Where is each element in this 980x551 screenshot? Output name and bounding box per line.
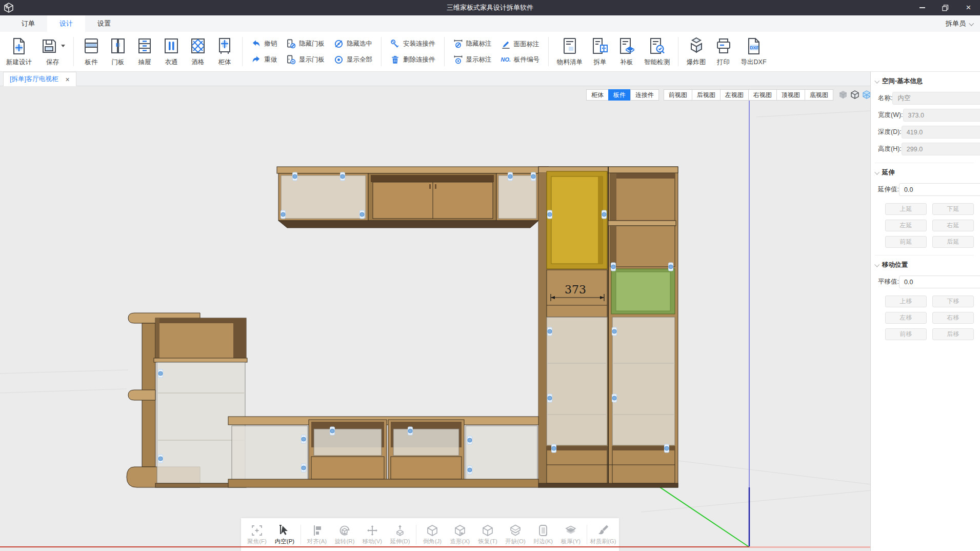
toolbar-separator <box>678 37 678 66</box>
show-all-button[interactable]: 显示全部 <box>334 55 372 65</box>
toolbar-group: 爆炸图打印DXF导出DXF <box>683 32 771 71</box>
ribbon-tab-design[interactable]: 设计 <box>47 15 85 32</box>
install-connector-button[interactable]: 安装连接件 <box>390 39 435 49</box>
right-tall-cabinet[interactable]: 373 <box>538 167 678 487</box>
extend-up-button[interactable]: 上延 <box>885 203 927 215</box>
thickness-tool-button[interactable]: 板厚(Y) <box>557 524 585 545</box>
hide-dimension-button[interactable]: 隐藏标注 <box>453 39 492 49</box>
thickness-icon <box>564 524 577 537</box>
inner-space-tool-button[interactable]: 内空(P) <box>271 524 298 545</box>
drawer-button[interactable]: 抽屉 <box>131 37 158 67</box>
edge-band-icon <box>536 524 550 537</box>
section-header[interactable]: 空间-基本信息 <box>875 77 974 86</box>
view-button-5[interactable]: 底视图 <box>805 89 833 101</box>
extend-front-button[interactable]: 前延 <box>885 236 927 248</box>
close-button[interactable]: × <box>957 0 980 15</box>
role-selector[interactable]: 拆单员 <box>946 15 973 32</box>
view-button-2[interactable]: 左视图 <box>720 89 749 101</box>
ribbon-tab-orders[interactable]: 订单 <box>9 15 47 32</box>
restore-icon <box>481 524 494 537</box>
redo-button[interactable]: 重做 <box>251 55 277 65</box>
restore-button[interactable] <box>934 0 957 15</box>
mode-button-2[interactable]: 连接件 <box>630 89 659 101</box>
align-icon <box>310 524 324 537</box>
cabinet-button[interactable]: 柜体 <box>211 37 238 67</box>
depth-input <box>902 126 980 139</box>
new-design-button[interactable]: 新建设计 <box>2 37 36 67</box>
green-highlight[interactable] <box>611 269 675 314</box>
undo-button[interactable]: 撤销 <box>251 39 277 49</box>
bom-icon <box>561 37 579 55</box>
view-button-4[interactable]: 顶视图 <box>776 89 805 101</box>
mode-button-1[interactable]: 板件 <box>608 89 631 101</box>
translate-value-input[interactable] <box>899 276 980 288</box>
minimize-button[interactable] <box>911 0 934 15</box>
minimize-icon <box>919 7 925 8</box>
close-tab-icon[interactable]: × <box>65 75 69 84</box>
properties-panel: 空间-基本信息名称:宽度(W):深度(D):高度(H):延伸延伸值:上延下延左延… <box>870 72 980 551</box>
viewport-3d[interactable]: 373 <box>0 86 870 551</box>
rod-button[interactable]: 衣通 <box>158 37 185 67</box>
move-up-button[interactable]: 上移 <box>885 296 927 307</box>
shape-tool-button[interactable]: 造形(X) <box>446 524 474 545</box>
view-controls: 柜体板件连接件 前视图后视图左视图右视图顶视图底视图 <box>586 89 870 101</box>
show-door-button[interactable]: 显示门板 <box>286 55 325 65</box>
section-header[interactable]: 延伸 <box>875 168 974 177</box>
chamfer-tool-button[interactable]: 倒角(J) <box>418 524 446 545</box>
hide-selected-button[interactable]: 隐藏选中 <box>334 39 372 49</box>
patch-panel-button[interactable]: 补板 <box>613 37 640 67</box>
bom-button[interactable]: 物料清单 <box>553 37 587 67</box>
delete-connector-button[interactable]: 删除连接件 <box>390 55 435 65</box>
section-header[interactable]: 移动位置 <box>875 261 974 269</box>
smart-detect-button[interactable]: 智能检测 <box>640 37 674 67</box>
move-left-button[interactable]: 左移 <box>885 312 927 324</box>
edge-band-tool-button[interactable]: 封边(K) <box>529 524 557 545</box>
hide-selected-icon <box>334 39 344 49</box>
view-button-1[interactable]: 后视图 <box>692 89 721 101</box>
view-button-0[interactable]: 前视图 <box>664 89 692 101</box>
material-brush-tool-button[interactable]: 材质刷(G) <box>589 524 617 545</box>
rotate-tool-button[interactable]: 旋转(R) <box>331 524 358 545</box>
bottom-cabinet-row[interactable] <box>228 417 538 487</box>
cabinet-3d-model[interactable]: 373 <box>127 167 678 487</box>
toolbar-group: 撤销重做隐藏门板显示门板隐藏选中显示全部 <box>247 32 377 71</box>
redo-icon <box>251 55 261 65</box>
wine-rack-button[interactable]: 酒格 <box>185 37 211 67</box>
export-dxf-button[interactable]: DXF导出DXF <box>737 37 771 67</box>
mode-button-0[interactable]: 柜体 <box>586 89 609 101</box>
document-tab[interactable]: [拆单]客厅电视柜 × <box>3 72 76 86</box>
wireframe-cube-icon[interactable] <box>850 90 860 100</box>
move-front-button[interactable]: 前移 <box>885 328 927 340</box>
show-dimension-button[interactable]: 显示标注 <box>453 55 492 65</box>
hide-door-button[interactable]: 隐藏门板 <box>286 39 325 49</box>
face-dimension-button[interactable]: 面面标注 <box>501 40 540 49</box>
align-tool-button[interactable]: 对齐(A) <box>303 524 331 545</box>
move-back-button[interactable]: 后移 <box>932 328 974 340</box>
scene-canvas[interactable]: 373 <box>0 86 870 551</box>
extend-left-button[interactable]: 左延 <box>885 220 927 231</box>
panel-button[interactable]: 板件 <box>78 37 105 67</box>
view-button-3[interactable]: 右视图 <box>748 89 777 101</box>
panel-number-button[interactable]: NO.板件编号 <box>501 55 540 64</box>
move-tool-button[interactable]: 移动(V) <box>358 524 386 545</box>
ribbon-tab-settings[interactable]: 设置 <box>85 15 123 32</box>
transparent-cube-icon[interactable] <box>862 90 870 100</box>
restore-tool-button[interactable]: 恢复(T) <box>474 524 502 545</box>
save-button[interactable]: 保存 <box>36 37 69 67</box>
move-right-button[interactable]: 右移 <box>932 312 974 324</box>
extend-value-input[interactable] <box>899 183 980 196</box>
extend-right-button[interactable]: 右延 <box>932 220 974 231</box>
split-order-button[interactable]: 拆单 <box>587 37 613 67</box>
explode-view-button[interactable]: 爆炸图 <box>683 37 710 67</box>
solid-cube-icon[interactable] <box>838 90 848 100</box>
notch-tool-button[interactable]: 开缺(O) <box>502 524 529 545</box>
extend-down-button[interactable]: 下延 <box>932 203 974 215</box>
left-side-cabinet[interactable] <box>127 313 247 487</box>
door-button[interactable]: 门板 <box>105 37 131 67</box>
extend-back-button[interactable]: 后延 <box>932 236 974 248</box>
print-button[interactable]: 打印 <box>710 37 737 67</box>
focus-tool-button[interactable]: 聚焦(F) <box>243 524 271 545</box>
yellow-highlight[interactable] <box>547 171 607 269</box>
move-down-button[interactable]: 下移 <box>932 296 974 307</box>
extend-tool-button[interactable]: 延伸(D) <box>386 524 414 545</box>
